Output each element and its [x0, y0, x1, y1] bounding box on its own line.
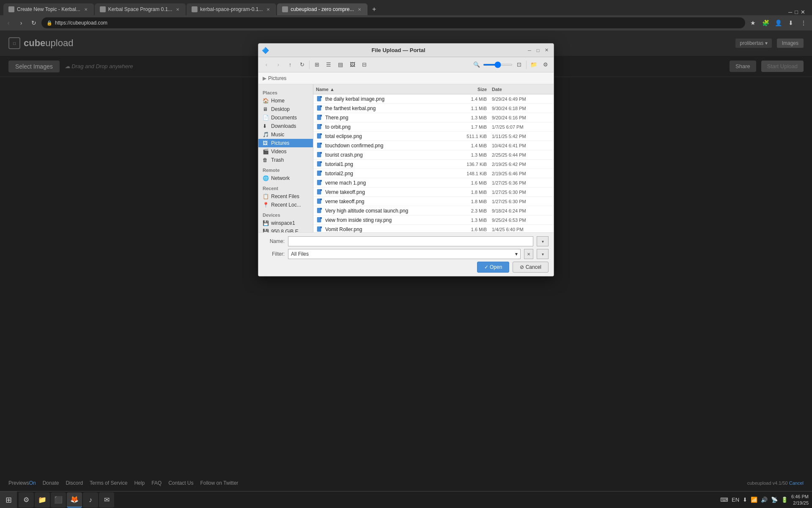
- taskbar-files-app[interactable]: 📁: [35, 492, 50, 508]
- sidebar-item-home[interactable]: 🏠 Home: [258, 97, 313, 105]
- filter-clear-button[interactable]: ✕: [524, 249, 533, 259]
- table-row[interactable]: There.png 1.3 MiB 9/20/24 6:16 PM: [313, 113, 554, 122]
- sidebar-item-desktop[interactable]: 🖥 Desktop: [258, 105, 313, 113]
- tray-clock[interactable]: 6:46 PM 2/19/25: [791, 494, 809, 506]
- table-row[interactable]: Verne takeoff.png 1.8 MiB 1/27/25 6:30 P…: [313, 188, 554, 197]
- name-field-input[interactable]: [288, 236, 533, 246]
- taskbar-settings-app[interactable]: ⚙: [19, 492, 34, 508]
- dialog-maximize-button[interactable]: □: [534, 47, 542, 54]
- browser-tab-1[interactable]: Create New Topic - Kerbal... ✕: [3, 3, 94, 15]
- maximize-browser-btn[interactable]: □: [795, 9, 798, 15]
- file-date: 1/11/25 5:42 PM: [492, 134, 551, 139]
- faq-link[interactable]: FAQ: [151, 480, 162, 486]
- sidebar-recent-loc-label: Recent Loc...: [271, 202, 301, 208]
- sidebar-item-music[interactable]: 🎵 Music: [258, 130, 313, 139]
- sidebar-item-recent-loc[interactable]: 📍 Recent Loc...: [258, 201, 313, 209]
- sidebar-item-documents[interactable]: 📄 Documents: [258, 113, 313, 122]
- sidebar-item-recent-files[interactable]: 📋 Recent Files: [258, 192, 313, 201]
- close-browser-btn[interactable]: ✕: [801, 9, 805, 15]
- tos-link[interactable]: Terms of Service: [90, 480, 127, 486]
- col-name-header[interactable]: Name ▲: [316, 87, 454, 92]
- dtb-column-view-button[interactable]: ⊟: [359, 59, 370, 70]
- browser-tab-3[interactable]: kerbal-space-program-0.1... ✕: [187, 3, 276, 15]
- twitter-link[interactable]: Follow on Twitter: [200, 480, 239, 486]
- dtb-forward-button[interactable]: ›: [273, 59, 284, 70]
- downloads-toolbar-icon[interactable]: ⬇: [786, 18, 796, 28]
- dtb-icon-view-button[interactable]: ⊞: [311, 59, 322, 70]
- sidebar-item-downloads[interactable]: ⬇ Downloads: [258, 122, 313, 130]
- donate-link[interactable]: Donate: [43, 480, 59, 486]
- taskbar-mail-app[interactable]: ✉: [99, 492, 114, 508]
- table-row[interactable]: verne takeoff.png 1.8 MiB 1/27/25 6:30 P…: [313, 197, 554, 206]
- browser-tab-2[interactable]: Kerbal Space Program 0.1... ✕: [95, 3, 186, 15]
- table-row[interactable]: to orbit.png 1.7 MiB 1/7/25 6:07 PM: [313, 122, 554, 132]
- new-tab-button[interactable]: +: [368, 3, 380, 15]
- sidebar-item-disk1[interactable]: 💾 950.8 GiB E...: [258, 227, 313, 232]
- extensions-icon[interactable]: 🧩: [760, 18, 771, 28]
- table-row[interactable]: Very high altitude comsat launch.png 2.3…: [313, 206, 554, 215]
- sidebar-item-winspace1[interactable]: 💾 winspace1: [258, 219, 313, 227]
- dtb-settings-button[interactable]: ⚙: [540, 59, 551, 70]
- back-button[interactable]: ‹: [3, 18, 14, 28]
- table-row[interactable]: verne mach 1.png 1.6 MiB 1/27/25 6:36 PM: [313, 178, 554, 188]
- table-row[interactable]: tutorial1.png 136.7 KiB 2/19/25 6:42 PM: [313, 160, 554, 169]
- taskbar-terminal-app[interactable]: ⬛: [51, 492, 66, 508]
- start-button[interactable]: ⊞: [0, 491, 17, 508]
- cancel-button[interactable]: ⊘ Cancel: [513, 262, 549, 273]
- sidebar-item-network[interactable]: 🌐 Network: [258, 174, 313, 182]
- dtb-compact-view-button[interactable]: ☰: [323, 59, 334, 70]
- tray-volume-icon[interactable]: 🔊: [761, 497, 768, 503]
- contact-link[interactable]: Contact Us: [168, 480, 193, 486]
- table-row[interactable]: total eclipse.png 511.1 KiB 1/11/25 5:42…: [313, 132, 554, 141]
- taskbar-browser-app[interactable]: 🦊: [67, 492, 82, 508]
- table-row[interactable]: tourist crash.png 1.3 MiB 2/25/25 6:44 P…: [313, 150, 554, 160]
- zoom-slider[interactable]: [483, 64, 513, 66]
- dtb-up-button[interactable]: ↑: [285, 59, 296, 70]
- file-size: 1.4 MiB: [454, 97, 492, 102]
- sidebar-item-pictures[interactable]: 🖼 Pictures: [258, 139, 313, 147]
- taskbar-music-app[interactable]: ♪: [83, 492, 98, 508]
- dtb-detail-view-button[interactable]: ▤: [335, 59, 346, 70]
- sidebar-item-trash[interactable]: 🗑 Trash: [258, 156, 313, 164]
- minimize-browser-btn[interactable]: ─: [788, 9, 792, 15]
- table-row[interactable]: Vomit Roller.png 1.6 MiB 1/4/25 6:40 PM: [313, 225, 554, 232]
- dtb-preview-button[interactable]: 🖼: [347, 59, 358, 70]
- sidebar-item-videos[interactable]: 🎬 Videos: [258, 147, 313, 156]
- filelist-body: the daily kerbal image.png 1.4 MiB 9/29/…: [313, 94, 554, 232]
- open-button[interactable]: ✓ Open: [477, 262, 510, 273]
- tab-close-3[interactable]: ✕: [265, 6, 271, 12]
- table-row[interactable]: touchdown confirmed.png 1.4 MiB 10/4/24 …: [313, 141, 554, 150]
- filter-select[interactable]: All Files ▾: [288, 249, 521, 259]
- table-row[interactable]: tutorial2.png 148.1 KiB 2/19/25 6:46 PM: [313, 169, 554, 178]
- dtb-back-button[interactable]: ‹: [261, 59, 272, 70]
- dialog-minimize-button[interactable]: ─: [526, 47, 533, 54]
- address-bar[interactable]: 🔒 https://cubeupload.com: [41, 17, 745, 28]
- dtb-select-all-button[interactable]: ⊡: [513, 59, 524, 70]
- dialog-close-button[interactable]: ✕: [543, 47, 550, 54]
- col-date-header[interactable]: Date: [492, 87, 551, 92]
- discord-link[interactable]: Discord: [66, 480, 83, 486]
- trash-icon: 🗑: [263, 157, 269, 163]
- menu-icon[interactable]: ⋮: [798, 18, 809, 28]
- version-cancel-link[interactable]: Cancel: [789, 480, 804, 486]
- zoom-range[interactable]: [483, 64, 513, 66]
- tab-close-1[interactable]: ✕: [83, 6, 89, 12]
- col-size-header[interactable]: Size: [454, 87, 492, 92]
- dtb-new-folder-button[interactable]: 📁: [528, 59, 539, 70]
- profile-icon[interactable]: 👤: [773, 18, 783, 28]
- table-row[interactable]: the farthest kerbal.png 1.1 MiB 9/30/24 …: [313, 104, 554, 113]
- filter-options-button[interactable]: ▾: [537, 249, 549, 259]
- forward-button[interactable]: ›: [16, 18, 26, 28]
- tab-close-2[interactable]: ✕: [175, 6, 181, 12]
- bookmark-icon[interactable]: ★: [748, 18, 758, 28]
- tray-download-icon[interactable]: ⬇: [743, 497, 747, 503]
- dtb-reload-button[interactable]: ↻: [296, 59, 307, 70]
- file-name: the daily kerbal image.png: [325, 96, 454, 102]
- table-row[interactable]: view from inside sting ray.png 1.3 MiB 9…: [313, 215, 554, 225]
- table-row[interactable]: the daily kerbal image.png 1.4 MiB 9/29/…: [313, 94, 554, 104]
- name-field-dropdown[interactable]: ▾: [537, 236, 549, 246]
- browser-tab-4[interactable]: cubeupload - zero compre... ✕: [277, 3, 367, 15]
- help-link[interactable]: Help: [134, 480, 145, 486]
- tab-close-4[interactable]: ✕: [357, 6, 362, 12]
- reload-button[interactable]: ↻: [29, 18, 39, 28]
